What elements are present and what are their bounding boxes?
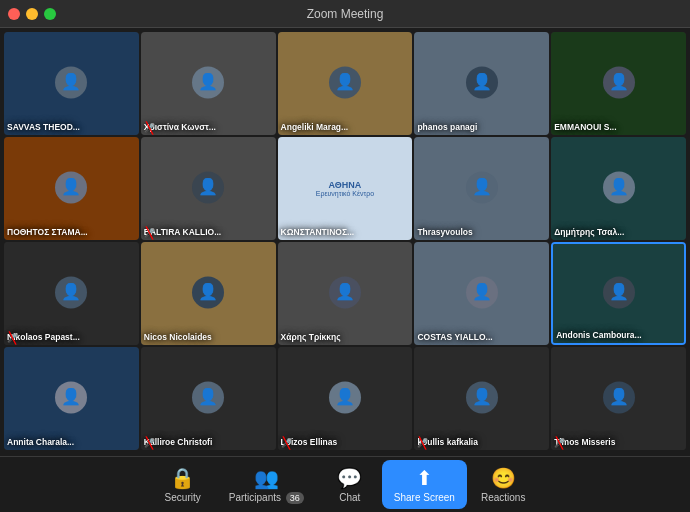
video-cell[interactable]: 👤Χάρης Τρίκκης <box>278 242 413 345</box>
video-cell[interactable]: 👤🎤╲Nikolaos Papast... <box>4 242 139 345</box>
video-cell[interactable]: 👤COSTAS YIALLO... <box>414 242 549 345</box>
video-cell[interactable]: 👤Thrasyvoulos <box>414 137 549 240</box>
chat-label: Chat <box>339 492 360 503</box>
video-cell[interactable]: 👤Annita Charala... <box>4 347 139 450</box>
participants-label: Participants 36 <box>229 492 304 504</box>
video-cell[interactable]: 👤Δημήτρης Τσαλ... <box>551 137 686 240</box>
window-controls <box>8 8 56 20</box>
security-label: Security <box>165 492 201 503</box>
video-cell[interactable]: 👤EMMANOUI S... <box>551 32 686 135</box>
toolbar: 🔒 Security 👥 Participants 36 💬 Chat ⬆ Sh… <box>0 456 690 512</box>
share-screen-icon: ⬆ <box>416 466 433 490</box>
video-cell[interactable]: 👤Angeliki Marag... <box>278 32 413 135</box>
minimize-button[interactable] <box>26 8 38 20</box>
mic-muted-icon: 🎤╲ <box>417 438 428 448</box>
share-screen-button[interactable]: ⬆ Share Screen <box>382 460 467 509</box>
chat-button[interactable]: 💬 Chat <box>318 462 382 507</box>
video-cell[interactable]: 👤Andonis Camboura... <box>551 242 686 345</box>
close-button[interactable] <box>8 8 20 20</box>
video-grid: 👤SAVVAS THEOD...👤🎤╲Χριστίνα Κωνστ...👤Ang… <box>0 28 690 456</box>
video-cell[interactable]: 👤ΠΟΘΗΤΟΣ ΣΤΑΜΑ... <box>4 137 139 240</box>
video-cell[interactable]: ΑΘΗΝΑΕρευνητικό ΚέντροΚΩΝΣΤΑΝΤΙΝΟΣ... <box>278 137 413 240</box>
video-cell[interactable]: 👤🎤╲ΒΑLTIRA KALLIO... <box>141 137 276 240</box>
mic-muted-icon: 🎤╲ <box>281 438 292 448</box>
mic-muted-icon: 🎤╲ <box>7 333 18 343</box>
video-cell[interactable]: 👤🎤╲Kalliroe Christofi <box>141 347 276 450</box>
security-button[interactable]: 🔒 Security <box>151 462 215 507</box>
zoom-window: Zoom Meeting 👤SAVVAS THEOD...👤🎤╲Χριστίνα… <box>0 0 690 512</box>
maximize-button[interactable] <box>44 8 56 20</box>
video-cell[interactable]: 👤🎤╲koullis kafkalia <box>414 347 549 450</box>
security-icon: 🔒 <box>170 466 195 490</box>
video-cell[interactable]: 👤🎤╲Loizos Ellinas <box>278 347 413 450</box>
participants-icon: 👥 <box>254 466 279 490</box>
reactions-icon: 😊 <box>491 466 516 490</box>
video-cell[interactable]: 👤🎤╲Χριστίνα Κωνστ... <box>141 32 276 135</box>
video-cell[interactable]: 👤Nicos Nicolaides <box>141 242 276 345</box>
mic-muted-icon: 🎤╲ <box>144 123 155 133</box>
reactions-button[interactable]: 😊 Reactions <box>467 462 539 507</box>
participants-button[interactable]: 👥 Participants 36 <box>215 462 318 508</box>
mic-muted-icon: 🎤╲ <box>144 228 155 238</box>
title-bar: Zoom Meeting <box>0 0 690 28</box>
video-cell[interactable]: 👤🎤╲Timos Misseris <box>551 347 686 450</box>
reactions-label: Reactions <box>481 492 525 503</box>
window-title: Zoom Meeting <box>307 7 384 21</box>
chat-icon: 💬 <box>337 466 362 490</box>
mic-muted-icon: 🎤╲ <box>144 438 155 448</box>
share-screen-label: Share Screen <box>394 492 455 503</box>
mic-muted-icon: 🎤╲ <box>554 438 565 448</box>
video-cell[interactable]: 👤SAVVAS THEOD... <box>4 32 139 135</box>
video-cell[interactable]: 👤phanos panagi <box>414 32 549 135</box>
participants-count: 36 <box>286 492 304 504</box>
